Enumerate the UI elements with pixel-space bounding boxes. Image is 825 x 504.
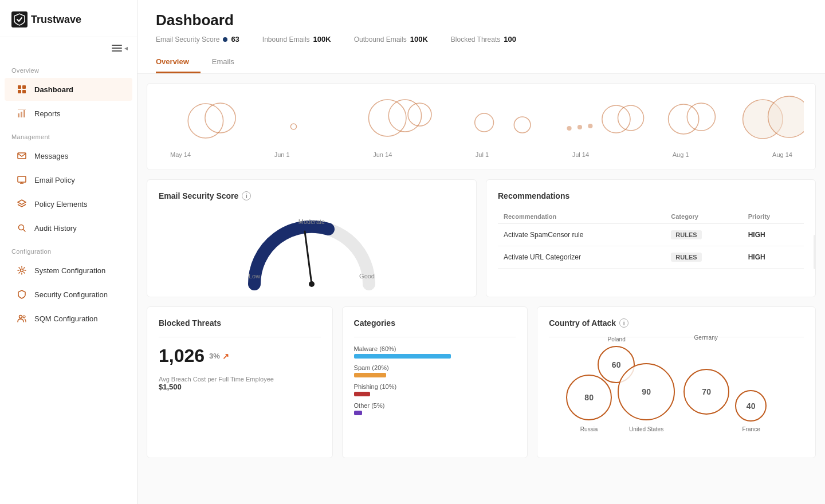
svg-rect-9 — [18, 176, 26, 182]
category-item: Malware (60%) — [354, 345, 516, 359]
users-icon — [16, 313, 28, 324]
bubble-france: 40 — [735, 390, 767, 422]
rec-scrollbar[interactable] — [814, 235, 816, 269]
monitor-icon — [16, 174, 28, 186]
category-other-bar — [354, 411, 362, 415]
categories-card: Categories Malware (60%) Spam (20%) Phis… — [342, 306, 528, 458]
country-divider — [549, 337, 804, 337]
timeline-label-jun14: Jun 14 — [373, 151, 392, 158]
country-attack-card: Country of Attack i 80 Russia 60 Poland … — [537, 306, 816, 458]
categories-divider — [354, 337, 516, 337]
blocked-threats-title: Blocked Threats — [159, 318, 321, 328]
email-security-info-icon[interactable]: i — [242, 191, 251, 200]
main-content: Dashboard Email Security Score 63 Inboun… — [138, 0, 825, 504]
blocked-pct: 3% ↗ — [209, 352, 229, 361]
svg-point-15 — [205, 103, 235, 133]
sidebar-item-email-policy[interactable]: Email Policy — [5, 168, 132, 191]
sidebar-item-system-config-label: System Configuration — [34, 266, 105, 275]
category-item: Spam (20%) — [354, 364, 516, 377]
svg-point-20 — [475, 113, 494, 132]
sidebar-item-security-config[interactable]: Security Configuration — [5, 283, 132, 306]
tab-overview[interactable]: Overview — [156, 52, 201, 73]
rec-row2-name: Activate URL Categorizer — [498, 246, 665, 269]
stat-dot — [223, 37, 227, 42]
stat-inbound-label: Inbound Emails — [262, 36, 310, 44]
stat-outbound-emails: Outbound Emails 100K — [354, 35, 428, 44]
timeline-labels: May 14 Jun 1 Jun 14 Jul 1 Jul 14 Aug 1 A… — [159, 151, 804, 158]
svg-point-18 — [388, 100, 421, 132]
sidebar-item-email-policy-label: Email Policy — [34, 176, 75, 184]
stat-outbound-label: Outbound Emails — [354, 36, 407, 44]
stat-blocked-value: 100 — [504, 35, 516, 44]
gauge-low-label: Low — [249, 273, 260, 279]
timeline-chart: May 14 Jun 1 Jun 14 Jul 1 Jul 14 Aug 1 A… — [159, 95, 804, 158]
timeline-label-jun1: Jun 1 — [274, 151, 290, 158]
sidebar-item-reports-label: Reports — [34, 109, 61, 118]
sidebar-toggle[interactable]: ◂ — [0, 37, 137, 59]
breach-value: $1,500 — [159, 383, 321, 391]
middle-cards: Email Security Score i Low Moderate Good — [147, 179, 816, 297]
sidebar-item-sqm-config-label: SQM Configuration — [34, 314, 98, 323]
svg-rect-2 — [22, 85, 26, 89]
country-label-france: France — [734, 426, 768, 432]
gauge-good-label: Good — [359, 273, 375, 279]
category-item: Phishing (10%) — [354, 383, 516, 396]
sidebar-item-policy-elements[interactable]: Policy Elements — [5, 192, 132, 215]
stat-blocked-label: Blocked Threats — [451, 36, 501, 44]
category-phishing-bar — [354, 392, 370, 396]
category-spam-bar — [354, 373, 387, 377]
rec-col-priority: Priority — [742, 210, 804, 224]
svg-point-24 — [588, 124, 592, 128]
category-malware-label: Malware (60%) — [354, 345, 516, 352]
rec-row2-priority: HIGH — [742, 246, 804, 269]
country-attack-info-icon[interactable]: i — [619, 318, 628, 328]
country-label-poland: Poland — [599, 336, 634, 342]
gauge-svg — [243, 215, 380, 296]
recommendations-title: Recommendations — [498, 191, 804, 200]
timeline-label-aug1: Aug 1 — [673, 151, 689, 158]
overview-section-label: Overview — [0, 59, 137, 77]
rec-table-body: Activate SpamCensor rule RULES HIGH Acti… — [498, 224, 804, 269]
sidebar-item-messages[interactable]: Messages — [5, 144, 132, 167]
category-other-label: Other (5%) — [354, 402, 516, 409]
sidebar-item-reports[interactable]: Reports — [5, 102, 132, 125]
rec-col-category: Category — [665, 210, 742, 224]
sidebar-item-audit-history[interactable]: Audit History — [5, 216, 132, 239]
sidebar-item-security-config-label: Security Configuration — [34, 290, 108, 299]
logo: Trustwave — [0, 0, 137, 37]
stat-inbound-emails: Inbound Emails 100K — [262, 35, 331, 44]
rec-table-header: Recommendation Category Priority — [498, 210, 804, 224]
trend-up-icon: ↗ — [222, 352, 229, 361]
rec-row1-name: Activate SpamCensor rule — [498, 224, 665, 246]
category-malware-bar — [354, 354, 451, 359]
stat-inbound-value: 100K — [313, 35, 331, 44]
shield-icon — [16, 289, 28, 300]
timeline-label-jul1: Jul 1 — [476, 151, 489, 158]
svg-point-16 — [290, 124, 296, 129]
sidebar-item-audit-history-label: Audit History — [34, 224, 77, 233]
blocked-divider — [159, 337, 321, 337]
page-header: Dashboard Email Security Score 63 Inboun… — [138, 0, 825, 74]
svg-point-22 — [567, 126, 571, 131]
country-label-russia: Russia — [569, 426, 609, 432]
bubble-united-states: 90 — [618, 363, 675, 420]
svg-rect-4 — [22, 90, 26, 93]
email-security-score-title: Email Security Score i — [159, 191, 465, 200]
email-security-score-card: Email Security Score i Low Moderate Good — [147, 179, 477, 297]
logo-text: Trustwave — [31, 14, 81, 26]
svg-rect-7 — [23, 110, 25, 117]
gauge-container: Low Moderate Good — [159, 210, 465, 285]
svg-point-25 — [602, 105, 630, 133]
page-title: Dashboard — [156, 11, 807, 29]
timeline-label-jul14: Jul 14 — [572, 151, 589, 158]
sidebar-item-sqm-config[interactable]: SQM Configuration — [5, 307, 132, 330]
gauge-moderate-label: Moderate — [298, 218, 325, 225]
svg-point-21 — [514, 117, 531, 133]
svg-point-27 — [669, 104, 699, 134]
sidebar-item-system-config[interactable]: System Configuration — [5, 259, 132, 282]
country-attack-title: Country of Attack i — [549, 318, 804, 328]
sidebar-item-dashboard[interactable]: Dashboard — [5, 78, 132, 101]
management-section-label: Management — [0, 125, 137, 144]
tab-emails[interactable]: Emails — [212, 52, 246, 73]
configuration-section-label: Configuration — [0, 240, 137, 258]
